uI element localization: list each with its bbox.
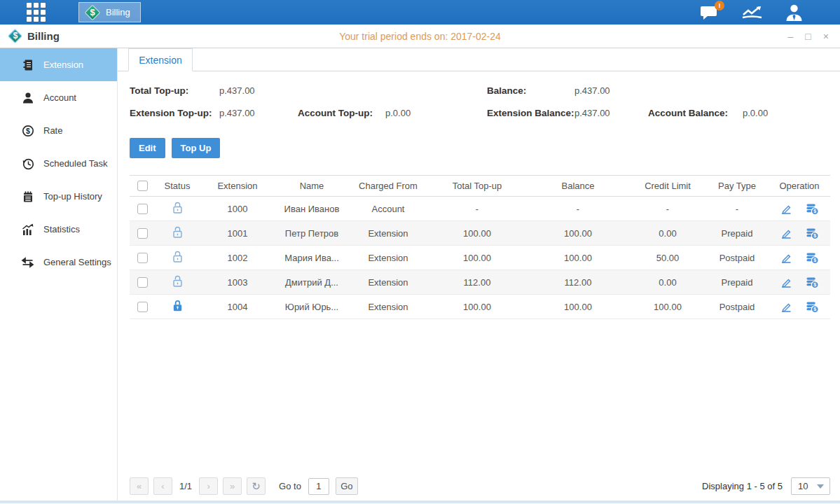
cell-total_topup: 100.00 (428, 295, 526, 319)
edit-button[interactable]: Edit (130, 138, 165, 158)
sidebar-item-topup-history[interactable]: Top-up History (0, 180, 117, 213)
table-row[interactable]: 1000 Иван Иванов Account - - - - $ (130, 197, 830, 221)
row-checkbox[interactable] (137, 302, 148, 312)
table-header-row: StatusExtensionNameCharged FromTotal Top… (130, 176, 830, 197)
first-page-button[interactable]: « (130, 477, 149, 495)
svg-text:$: $ (814, 233, 817, 239)
scheduled-task-icon (21, 157, 34, 170)
cell-balance: 112.00 (526, 270, 630, 295)
lock-open-icon (172, 225, 184, 239)
sidebar-item-label: Rate (43, 125, 62, 136)
taskbar-tab-billing[interactable]: $ Billing (78, 2, 141, 22)
cell-total_topup: 112.00 (428, 270, 526, 295)
topup-coins-icon[interactable]: $ (806, 227, 819, 240)
cell-balance: - (526, 197, 630, 221)
column-header: Charged From (348, 176, 428, 197)
page-size-value: 10 (798, 481, 808, 491)
user-account-icon[interactable] (785, 4, 804, 21)
sidebar-item-rate[interactable]: $ Rate (0, 114, 117, 147)
svg-text:$: $ (814, 258, 817, 263)
balance-value: p.437.00 (574, 85, 648, 96)
edit-pencil-icon[interactable] (780, 227, 792, 239)
messages-icon[interactable]: ! (700, 4, 719, 21)
general-settings-icon (21, 255, 34, 269)
go-button[interactable]: Go (336, 477, 358, 495)
topup-coins-icon[interactable]: $ (806, 202, 819, 216)
billing-diamond-icon: $ (85, 5, 100, 20)
top-up-button[interactable]: Top Up (172, 138, 221, 158)
last-page-button[interactable]: » (223, 477, 242, 495)
reports-chart-icon[interactable] (741, 4, 763, 21)
extension-topup-label: Extension Top-up: (130, 108, 219, 118)
sidebar-nav: Extension Account $ Rate Scheduled Task … (0, 48, 118, 500)
edit-pencil-icon[interactable] (780, 251, 792, 264)
billing-app-icon: $ (8, 29, 22, 43)
topup-coins-icon[interactable]: $ (806, 251, 819, 265)
cell-balance: 100.00 (526, 246, 630, 270)
cell-name: Юрий Юрь... (275, 295, 348, 319)
rate-icon: $ (21, 124, 34, 137)
tab-extension[interactable]: Extension (128, 48, 193, 71)
column-header: Total Top-up (428, 176, 526, 197)
next-page-button[interactable]: › (199, 477, 218, 495)
sidebar-item-general-settings[interactable]: General Settings (0, 246, 117, 279)
edit-pencil-icon[interactable] (780, 300, 792, 313)
window-title: Billing (27, 30, 60, 42)
row-checkbox[interactable] (137, 228, 148, 239)
close-icon[interactable]: × (823, 31, 829, 41)
table-row[interactable]: 1002 Мария Ива... Extension 100.00 100.0… (130, 246, 830, 270)
cell-name: Петр Петров (275, 221, 348, 246)
table-row[interactable]: 1003 Дмитрий Д... Extension 112.00 112.0… (130, 270, 830, 295)
notification-badge: ! (715, 1, 724, 10)
row-checkbox[interactable] (137, 277, 148, 288)
taskbar-tab-label: Billing (106, 7, 130, 18)
column-header: Name (275, 176, 348, 197)
cell-pay_type: Prepaid (705, 270, 769, 295)
topbar: $ Billing ! (0, 0, 840, 24)
edit-pencil-icon[interactable] (780, 202, 792, 215)
summary-panel: Total Top-up: p.437.00 Balance: p.437.00… (130, 85, 830, 118)
page-size-select[interactable]: 10 (791, 477, 830, 495)
sidebar-item-label: Scheduled Task (43, 158, 108, 169)
goto-page-input[interactable] (308, 478, 329, 495)
sidebar-item-label: Extension (43, 59, 83, 70)
table-row[interactable]: 1001 Петр Петров Extension 100.00 100.00… (130, 221, 830, 246)
sidebar-item-account[interactable]: Account (0, 81, 117, 114)
account-topup-value: p.0.00 (385, 108, 487, 118)
column-header: Credit Limit (630, 176, 705, 197)
sidebar-item-statistics[interactable]: Statistics (0, 213, 117, 246)
minimize-icon[interactable]: – (788, 31, 794, 41)
row-checkbox[interactable] (137, 253, 148, 263)
topup-history-icon (21, 190, 34, 203)
maximize-icon[interactable]: □ (805, 31, 811, 41)
account-topup-label: Account Top-up: (298, 108, 385, 118)
extensions-table: StatusExtensionNameCharged FromTotal Top… (130, 175, 830, 319)
apps-grid-icon[interactable] (27, 3, 46, 22)
row-checkbox[interactable] (137, 204, 148, 214)
topup-coins-icon[interactable]: $ (806, 300, 819, 314)
topup-coins-icon[interactable]: $ (806, 276, 819, 289)
sidebar-item-label: Statistics (43, 224, 80, 234)
sidebar-item-scheduled-task[interactable]: Scheduled Task (0, 147, 117, 180)
lock-open-icon (172, 201, 184, 214)
cell-extension: 1003 (200, 270, 275, 295)
tab-bar: Extension (118, 48, 840, 71)
cell-total_topup: - (428, 197, 526, 221)
page-indicator: 1/1 (179, 481, 192, 491)
prev-page-button[interactable]: ‹ (153, 477, 172, 495)
cell-credit_limit: 0.00 (630, 270, 705, 295)
sidebar-item-extension[interactable]: Extension (0, 48, 117, 81)
cell-balance: 100.00 (526, 221, 630, 246)
refresh-icon[interactable]: ↻ (247, 477, 266, 495)
pagination-bar: « ‹ 1/1 › » ↻ Go to Go Displaying 1 - 5 … (130, 477, 830, 495)
sidebar-item-label: Top-up History (43, 191, 102, 202)
table-row[interactable]: 1004 Юрий Юрь... Extension 100.00 100.00… (130, 295, 830, 319)
select-all-checkbox[interactable] (137, 181, 148, 191)
main-content: Extension Total Top-up: p.437.00 Balance… (118, 48, 840, 500)
cell-credit_limit: - (630, 197, 705, 221)
edit-pencil-icon[interactable] (780, 276, 792, 288)
extension-balance-label: Extension Balance: (487, 108, 574, 118)
cell-charged_from: Extension (348, 246, 428, 270)
cell-pay_type: Prepaid (705, 221, 769, 246)
balance-label: Balance: (487, 85, 574, 96)
